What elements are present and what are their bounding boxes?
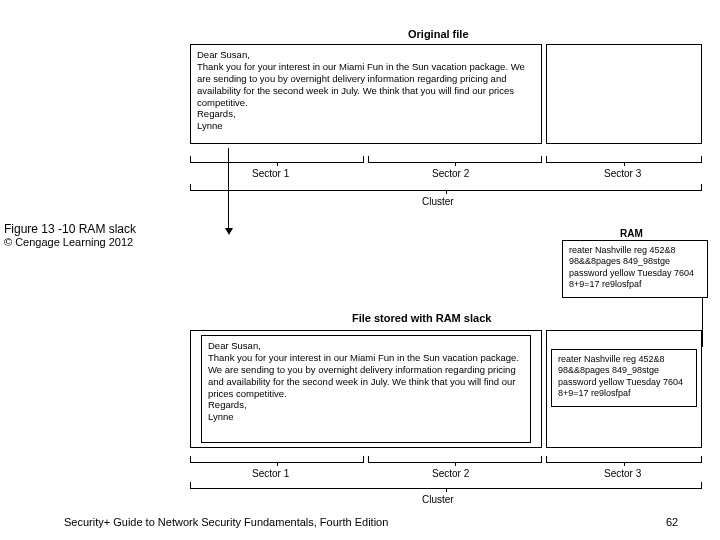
label-orig-sector2: Sector 2	[432, 168, 469, 179]
title-original-file: Original file	[408, 28, 469, 40]
label-ram: RAM	[620, 228, 643, 239]
footer-page-number: 62	[666, 516, 678, 528]
bracket-slack-sector3	[546, 456, 702, 464]
box-slack-letter: Dear Susan, Thank you for your interest …	[201, 335, 531, 443]
footer-text: Security+ Guide to Network Security Fund…	[64, 516, 388, 528]
text-slack-letter: Dear Susan, Thank you for your interest …	[208, 340, 519, 422]
text-slack-ram: reater Nashville reg 452&8 98&&8pages 84…	[558, 354, 683, 398]
box-original-sector3	[546, 44, 702, 144]
bracket-slack-sector1	[190, 456, 364, 464]
figure-caption-text: Figure 13 -10 RAM slack	[4, 222, 136, 236]
box-slack-ramtext: reater Nashville reg 452&8 98&&8pages 84…	[551, 349, 697, 407]
label-slack-sector3: Sector 3	[604, 468, 641, 479]
copyright-text: © Cengage Learning 2012	[4, 236, 136, 248]
box-slack-outer: Dear Susan, Thank you for your interest …	[190, 330, 542, 448]
box-ram: reater Nashville reg 452&8 98&&8pages 84…	[562, 240, 708, 298]
label-orig-cluster: Cluster	[422, 196, 454, 207]
text-ram: reater Nashville reg 452&8 98&&8pages 84…	[569, 245, 694, 289]
title-slack: File stored with RAM slack	[352, 312, 491, 324]
text-original-letter: Dear Susan, Thank you for your interest …	[197, 49, 525, 131]
bracket-orig-sector1	[190, 156, 364, 164]
label-orig-sector3: Sector 3	[604, 168, 641, 179]
box-slack-sector3-outer: reater Nashville reg 452&8 98&&8pages 84…	[546, 330, 702, 448]
label-slack-sector1: Sector 1	[252, 468, 289, 479]
connector-ram-down-right	[702, 297, 703, 347]
bracket-orig-sector2	[368, 156, 542, 164]
bracket-orig-cluster	[190, 184, 702, 192]
label-slack-cluster: Cluster	[422, 494, 454, 505]
figure-caption: Figure 13 -10 RAM slack © Cengage Learni…	[4, 222, 136, 248]
box-original-letter: Dear Susan, Thank you for your interest …	[190, 44, 542, 144]
bracket-slack-sector2	[368, 456, 542, 464]
label-slack-sector2: Sector 2	[432, 468, 469, 479]
bracket-orig-sector3	[546, 156, 702, 164]
bracket-slack-cluster	[190, 482, 702, 490]
label-orig-sector1: Sector 1	[252, 168, 289, 179]
